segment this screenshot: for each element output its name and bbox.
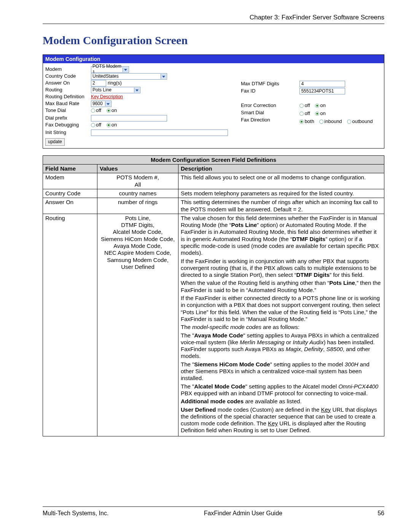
radio-dir-inbound[interactable]: inbound [319,118,342,125]
page-footer: Multi-Tech Systems, Inc. FaxFinder Admin… [43,510,384,517]
label-routing-definition: Routing Definition [45,94,87,100]
row-routing: Routing Pots Line, DTMF Digits, Alcatel … [43,214,384,436]
label-answer-on: Answer On [45,80,87,86]
rule-bottom [43,506,384,507]
label-error-correction: Error Correction [241,102,279,109]
radio-dir-outbound[interactable]: outbound [347,118,373,125]
label-fax-id: Fax ID [241,88,279,94]
label-max-dtmf: Max DTMF Digits [241,81,279,87]
label-smart-dial: Smart Dial [241,110,279,116]
section-title: Modem Configuration Screen [43,34,384,47]
link-key-description[interactable]: Key Description [91,94,123,99]
footer-left: Multi-Tech Systems, Inc. [43,510,108,517]
table-title: Modem Configuration Screen Field Definit… [43,155,384,164]
update-button[interactable]: update [45,138,65,146]
radio-ec-off[interactable]: off [299,102,310,109]
label-rings: ring(s) [108,80,122,86]
radio-tone-dial-off[interactable]: off [91,107,101,114]
select-routing[interactable]: Pots Line [91,87,140,93]
row-answer-on: Answer On number of rings This setting d… [43,198,384,214]
panel-title: Modem Configuration [43,55,384,63]
row-country-code: Country Code country names Sets modem te… [43,189,384,198]
select-modem[interactable]: POTS Modem 1 [91,66,129,73]
label-init-string: Init String [45,129,87,136]
chapter-header: Chapter 3: FaxFinder Server Software Scr… [43,14,384,21]
radio-dir-both[interactable]: both [299,118,314,125]
field-definitions-table: Modem Configuration Screen Field Definit… [43,155,384,436]
radio-fax-debug-on[interactable]: on [107,122,117,128]
label-max-baud: Max Baud Rate [45,101,87,107]
modem-config-panel: Modem Configuration Modem POTS Modem 1 C… [43,54,384,149]
radio-smart-off[interactable]: off [299,110,310,117]
input-fax-id[interactable]: 5551234POTS1 [299,88,345,94]
label-tone-dial: Tone Dial [45,107,87,115]
input-dial-prefix[interactable] [91,115,167,121]
input-answer-on[interactable]: 2 [91,80,106,86]
header-values: Values [97,165,178,173]
row-modem: Modem POTS Modem #, All This field allow… [43,173,384,189]
rule-top [43,24,384,24]
label-fax-direction: Fax Direction [241,117,279,123]
label-modem: Modem [45,66,87,73]
radio-smart-on[interactable]: on [315,110,325,117]
radio-fax-debug-off[interactable]: off [91,122,101,128]
input-init-string[interactable] [91,129,228,136]
label-fax-debugging: Fax Debugging [45,122,87,129]
header-desc: Description [178,165,384,173]
label-country-code: Country Code [45,73,87,80]
select-max-baud[interactable]: 9600 [91,101,112,107]
input-max-dtmf[interactable]: 4 [299,81,345,87]
footer-center: FaxFinder Admin User Guide [204,510,282,517]
select-country-code[interactable]: UnitedStates [91,73,167,80]
label-dial-prefix: Dial prefix [45,115,87,121]
header-field: Field Name [43,165,97,173]
radio-tone-dial-on[interactable]: on [107,107,117,114]
label-routing: Routing [45,87,87,93]
radio-ec-on[interactable]: on [315,102,325,109]
footer-page: 56 [378,510,384,517]
